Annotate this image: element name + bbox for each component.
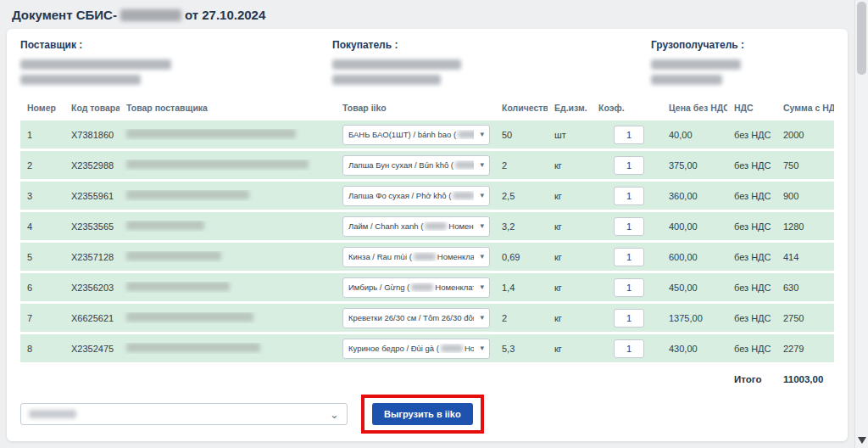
iiko-product-cell: Имбирь / Gừng (Номенклатур... ▾ <box>336 277 495 298</box>
iiko-product-select[interactable]: Куриное бедро / Đùi gà (Номе... ▾ <box>342 339 490 359</box>
buyer-label: Покупатель : <box>332 39 651 51</box>
product-code-cell: X7381860 <box>64 130 120 140</box>
table-row: 7 X6625621 Креветки 26/30 см / Tôm 26/30… <box>20 304 834 332</box>
header-iiko-product: Товар iiko <box>336 103 495 113</box>
iiko-product-cell: Лапша Бун сухая / Bún khô (Н... ▾ <box>336 155 495 176</box>
redacted-supplier-product <box>126 129 296 138</box>
coefficient-input[interactable] <box>614 339 644 358</box>
total-label: Итого <box>727 374 776 384</box>
coefficient-cell <box>592 156 662 175</box>
supplier-section: Поставщик : <box>20 39 332 85</box>
table-row: 8 X2352475 Куриное бедро / Đùi gà (Номе.… <box>20 334 834 362</box>
footer-select[interactable]: ⌄ <box>20 403 348 425</box>
scrollbar[interactable] <box>854 0 868 448</box>
row-number-cell: 1 <box>20 130 64 140</box>
coefficient-input[interactable] <box>614 278 644 297</box>
product-code-cell: X2352475 <box>64 344 120 354</box>
header-quantity: Количество <box>495 103 548 113</box>
page-title: Документ СБИС-от 27.10.2024 <box>12 8 265 22</box>
quantity-cell: 1,4 <box>495 283 548 293</box>
redacted-buyer-details <box>332 75 441 85</box>
coefficient-input[interactable] <box>614 156 644 175</box>
scrollbar-thumb[interactable] <box>857 2 866 75</box>
consignee-section: Грузополучатель : <box>651 39 834 85</box>
supplier-product-cell <box>120 282 336 293</box>
total-value: 11003,00 <box>776 374 834 384</box>
annotation-red-box: Выгрузить в iiko <box>361 395 484 434</box>
export-to-iiko-button[interactable]: Выгрузить в iiko <box>372 403 473 425</box>
unit-cell: кг <box>548 191 592 201</box>
product-code-cell: X2355961 <box>64 191 120 201</box>
iiko-product-select[interactable]: Кинза / Rau mùi (Номенклату... ▾ <box>342 247 490 267</box>
consignee-label: Грузополучатель : <box>651 39 834 51</box>
coefficient-input[interactable] <box>614 248 644 266</box>
product-code-cell: X2352988 <box>64 160 120 171</box>
iiko-product-cell: Лайм / Chanh xanh (Номенкл... ▾ <box>336 216 495 237</box>
iiko-product-text: Куриное бедро / Đùi gà ( <box>348 344 439 353</box>
coefficient-input[interactable] <box>614 217 644 236</box>
quantity-cell: 2,5 <box>495 191 548 201</box>
product-code-cell: X6625621 <box>64 313 120 323</box>
iiko-product-select[interactable]: Лапша Фо сухая / Phở khô () Н... ▾ <box>342 186 490 206</box>
header-price-no-vat: Цена без НДС <box>662 103 727 113</box>
coefficient-input[interactable] <box>614 309 644 328</box>
sum-cell: 630 <box>776 283 834 293</box>
iiko-product-tail: Номенклату... <box>437 252 474 261</box>
header-number: Номер <box>20 103 64 113</box>
parties-section: Поставщик : Покупатель : Грузополучатель… <box>20 39 834 85</box>
price-cell: 40,00 <box>662 130 727 140</box>
coefficient-cell <box>592 309 662 328</box>
coefficient-input[interactable] <box>614 187 644 205</box>
iiko-product-text: Имбирь / Gừng ( <box>348 283 409 292</box>
vat-cell: без НДС <box>727 130 776 140</box>
iiko-product-value: Кинза / Rau mùi (Номенклату... <box>348 252 474 261</box>
page-title-prefix: Документ СБИС- <box>12 8 117 22</box>
chevron-down-icon: ▾ <box>480 131 484 138</box>
total-row: Итого 11003,00 <box>20 371 834 388</box>
iiko-product-select[interactable]: БАНЬ БАО(1ШТ) / bánh bao (... ▾ <box>342 125 490 145</box>
coefficient-cell <box>592 278 662 297</box>
iiko-product-select[interactable]: Лапша Бун сухая / Bún khô (Н... ▾ <box>342 155 490 176</box>
row-number-cell: 7 <box>20 313 64 323</box>
buyer-section: Покупатель : <box>332 39 651 85</box>
iiko-product-select[interactable]: Лайм / Chanh xanh (Номенкл... ▾ <box>342 216 490 237</box>
product-code-cell: X2357128 <box>64 252 120 262</box>
header-vat: НДС <box>727 103 776 113</box>
iiko-product-value: Имбирь / Gừng (Номенклатур... <box>348 283 474 292</box>
redacted-iiko-fragment <box>453 192 474 199</box>
document-card: Поставщик : Покупатель : Грузополучатель… <box>7 29 848 441</box>
supplier-product-cell <box>120 312 336 323</box>
table-row: 3 X2355961 Лапша Фо сухая / Phở khô () Н… <box>20 182 834 210</box>
redacted-iiko-fragment <box>411 283 433 291</box>
unit-cell: кг <box>548 344 592 354</box>
scroll-down-icon[interactable] <box>858 437 866 444</box>
iiko-product-select[interactable]: Креветки 26/30 см / Tôm 26/30 đôn... ▾ <box>342 308 490 328</box>
supplier-product-cell <box>120 129 336 140</box>
redacted-iiko-fragment <box>425 222 447 230</box>
quantity-cell: 2 <box>495 313 548 323</box>
iiko-product-select[interactable]: Имбирь / Gừng (Номенклатур... ▾ <box>342 277 490 298</box>
supplier-product-cell <box>120 251 336 262</box>
coefficient-cell <box>592 248 662 266</box>
table-row: 6 X2356203 Имбирь / Gừng (Номенклатур...… <box>20 273 834 301</box>
quantity-cell: 2 <box>495 160 548 171</box>
vat-cell: без НДС <box>727 221 776 232</box>
redacted-supplier-product <box>126 343 260 352</box>
coefficient-input[interactable] <box>614 126 644 144</box>
iiko-product-value: Лапша Бун сухая / Bún khô (Н... <box>348 160 474 170</box>
quantity-cell: 50 <box>495 130 548 140</box>
iiko-product-cell: Куриное бедро / Đùi gà (Номе... ▾ <box>336 339 495 359</box>
row-number-cell: 3 <box>20 191 64 201</box>
iiko-product-text: Кинза / Rau mùi ( <box>348 252 412 261</box>
row-number-cell: 8 <box>20 344 64 354</box>
unit-cell: кг <box>548 313 592 323</box>
price-cell: 450,00 <box>662 283 727 293</box>
iiko-product-text: Лапша Бун сухая / Bún khô ( <box>348 160 453 170</box>
table-row: 1 X7381860 БАНЬ БАО(1ШТ) / bánh bao (...… <box>20 120 834 148</box>
unit-cell: кг <box>548 252 592 262</box>
chevron-down-icon: ▾ <box>480 344 484 352</box>
table-header: Номер Код товара Товар поставщика Товар … <box>20 98 834 117</box>
chevron-down-icon: ▾ <box>480 253 484 260</box>
row-number-cell: 6 <box>20 283 64 293</box>
unit-cell: кг <box>548 160 592 171</box>
